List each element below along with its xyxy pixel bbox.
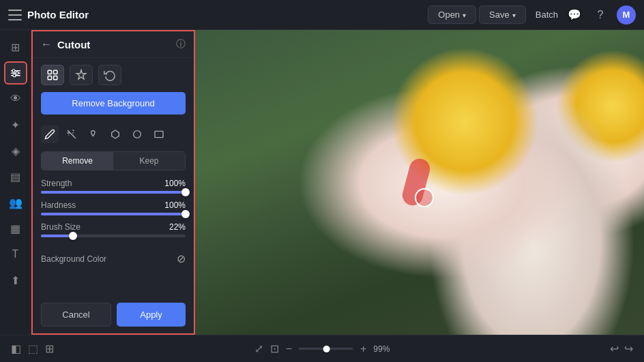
brush-size-slider-row: Brush Size 22% — [41, 222, 186, 237]
tool-home[interactable]: ⊞ — [4, 35, 27, 59]
tool-export[interactable]: ⬆ — [4, 269, 27, 292]
svg-point-11 — [134, 131, 141, 138]
topbar-center: Open Save Batch — [428, 5, 565, 24]
save-button[interactable]: Save — [479, 5, 526, 24]
strength-slider[interactable] — [41, 191, 186, 194]
zoom-slider[interactable] — [299, 348, 353, 350]
remove-bg-button[interactable]: Remove Background — [41, 92, 186, 115]
main: ⊞ 👁 ✦ ◈ ▤ 👥 ▦ T ⬆ ← Cutout ⓘ — [0, 30, 644, 335]
comment-icon[interactable]: 💬 — [565, 5, 584, 25]
bottom-center: ⤢ ⊡ − + 99% — [254, 342, 390, 355]
svg-rect-12 — [155, 131, 163, 137]
strength-slider-row: Strength 100% — [41, 179, 186, 194]
remove-keep-toggle: Remove Keep — [41, 151, 186, 170]
bottom-bar: ◧ ⬚ ⊞ ⤢ ⊡ − + 99% ↩ ↪ — [0, 335, 644, 362]
ellipse-tool[interactable] — [128, 125, 146, 143]
panel-tabs — [33, 58, 194, 85]
svg-rect-9 — [54, 76, 57, 80]
brush-tools-row — [33, 121, 194, 147]
tab-brush[interactable] — [41, 65, 64, 85]
info-button[interactable]: ⓘ — [176, 38, 186, 50]
bg-color-label: Background Color — [41, 254, 106, 264]
zoom-in-icon[interactable]: + — [360, 343, 366, 355]
wand-tool[interactable] — [63, 125, 80, 143]
rect-tool[interactable] — [150, 125, 168, 143]
panel-header: ← Cutout ⓘ — [33, 31, 194, 58]
zoom-percentage: 99% — [373, 344, 390, 354]
bottom-right: ↩ ↪ — [610, 342, 633, 355]
polygon-tool[interactable] — [106, 125, 124, 143]
tool-eye[interactable]: 👁 — [4, 87, 27, 110]
app-title: Photo Editor — [27, 9, 89, 20]
panel-footer: Cancel Apply — [33, 296, 194, 333]
canvas-area[interactable] — [195, 30, 644, 335]
undo-icon[interactable]: ↩ — [610, 342, 619, 355]
hardness-value: 100% — [164, 200, 186, 210]
redo-icon[interactable]: ↪ — [624, 342, 633, 355]
strength-label: Strength — [41, 179, 72, 188]
tool-adjust[interactable] — [4, 61, 27, 85]
remove-btn[interactable]: Remove — [42, 152, 113, 170]
topbar: Photo Editor Open Save Batch 💬 ? M — [0, 0, 644, 30]
zoom-out-icon[interactable]: − — [286, 343, 292, 355]
slider-section: Strength 100% Hardness 100% — [33, 175, 194, 248]
back-button[interactable]: ← — [41, 38, 52, 50]
bg-color-row: Background Color ⊘ — [33, 248, 194, 269]
canvas-image — [195, 30, 644, 335]
left-sidebar: ⊞ 👁 ✦ ◈ ▤ 👥 ▦ T ⬆ — [0, 30, 31, 335]
tool-effects[interactable]: ◈ — [4, 139, 27, 162]
brush-cursor — [415, 188, 434, 207]
svg-rect-8 — [48, 76, 51, 80]
hardness-label: Hardness — [41, 200, 76, 210]
brush-size-value: 22% — [169, 222, 186, 232]
export-icon[interactable]: ⬚ — [28, 342, 38, 355]
menu-icon[interactable] — [8, 10, 22, 20]
hardness-slider-row: Hardness 100% — [41, 200, 186, 215]
batch-button[interactable]: Batch — [529, 6, 565, 23]
strength-value: 100% — [164, 179, 186, 188]
bottom-left: ◧ ⬚ ⊞ — [11, 342, 54, 355]
tab-reset[interactable] — [98, 65, 121, 85]
tool-frames[interactable]: ▦ — [4, 217, 27, 240]
pencil-tool[interactable] — [41, 125, 59, 143]
cutout-panel: ← Cutout ⓘ — [31, 30, 195, 335]
grid-icon[interactable]: ⊞ — [45, 342, 54, 355]
topbar-left: Photo Editor — [8, 9, 428, 20]
cancel-button[interactable]: Cancel — [41, 303, 111, 327]
svg-marker-10 — [112, 130, 119, 138]
lasso-tool[interactable] — [85, 125, 102, 143]
svg-point-3 — [12, 70, 15, 72]
panel-title: Cutout — [57, 39, 171, 50]
tool-people[interactable]: 👥 — [4, 191, 27, 214]
brush-size-label: Brush Size — [41, 222, 80, 232]
hardness-slider[interactable] — [41, 213, 186, 215]
topbar-right: 💬 ? M — [565, 5, 636, 25]
tool-layers[interactable]: ▤ — [4, 165, 27, 188]
fit-icon[interactable]: ⤢ — [254, 342, 263, 355]
svg-point-5 — [13, 74, 16, 77]
help-icon[interactable]: ? — [591, 5, 610, 25]
svg-point-4 — [16, 72, 18, 74]
brush-size-slider[interactable] — [41, 235, 186, 237]
zoom-fit-icon[interactable]: ⊡ — [270, 342, 279, 355]
svg-rect-7 — [54, 70, 57, 74]
avatar[interactable]: M — [617, 5, 636, 25]
keep-btn[interactable]: Keep — [113, 152, 185, 170]
apply-button[interactable]: Apply — [117, 303, 186, 327]
svg-rect-6 — [48, 70, 51, 74]
tool-text[interactable]: T — [4, 243, 27, 266]
tool-magic[interactable]: ✦ — [4, 113, 27, 136]
tab-magic[interactable] — [70, 65, 93, 85]
layers-icon[interactable]: ◧ — [11, 342, 21, 355]
open-button[interactable]: Open — [428, 5, 476, 24]
bg-color-icon[interactable]: ⊘ — [177, 252, 186, 265]
